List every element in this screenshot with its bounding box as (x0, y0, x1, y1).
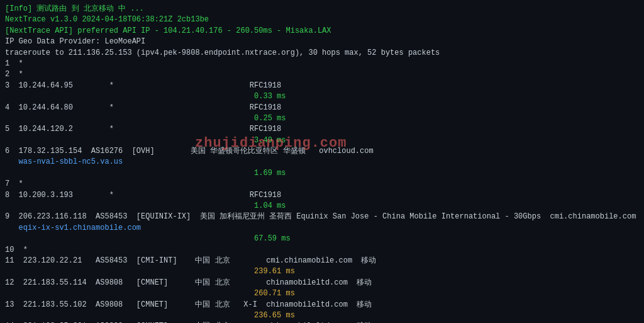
hop6c: 1.69 ms (5, 168, 639, 179)
hop11a: 11 223.120.22.21 AS58453 [CMI-INT] 中国 北京… (5, 256, 639, 266)
hop2: 2 * (5, 69, 639, 80)
hop3a: 3 10.244.64.95 * RFC1918 (5, 81, 639, 91)
line-api: [NextTrace API] preferred API IP - 104.2… (5, 26, 639, 37)
hop10: 10 * (5, 245, 639, 256)
hop4a: 4 10.244.64.80 * RFC1918 (5, 103, 639, 113)
terminal: [Info] 测试路由 到 北京移动 中 ... NextTrace v1.3.… (0, 0, 644, 323)
hop3b: 0.33 ms (5, 91, 639, 102)
line-traceroute: traceroute to 211.136.25.153 (ipv4.pek-9… (5, 48, 639, 59)
hop6b: was-nval-sbbl-nc5.va.us (5, 157, 639, 167)
hop9c: 67.59 ms (5, 234, 639, 244)
hop9a: 9 206.223.116.118 AS58453 [EQUINIX-IX] 美… (5, 212, 639, 222)
hop12a: 12 221.183.55.114 AS9808 [CMNET] 中国 北京 c… (5, 278, 639, 288)
hop8a: 8 10.200.3.193 * RFC1918 (5, 190, 639, 201)
hop8b: 1.04 ms (5, 201, 639, 212)
hop7: 7 * (5, 179, 639, 190)
line-nexttrace: NextTrace v1.3.0 2024-04-18T06:38:21Z 2c… (5, 14, 639, 25)
hop11b: 239.61 ms (5, 266, 639, 277)
hop9b: eqix-ix-sv1.chinamobile.com (5, 223, 639, 234)
hop6a: 6 178.32.135.154 AS16276 [OVH] 美国 华盛顿哥伦比… (5, 146, 639, 157)
hop5b: 3.49 ms (5, 135, 639, 146)
hop4b: 0.25 ms (5, 113, 639, 124)
hop13a: 13 221.183.55.102 AS9808 [CMNET] 中国 北京 X… (5, 300, 639, 310)
hop1: 1 * (5, 59, 639, 69)
hop13b: 236.65 ms (5, 310, 639, 321)
line-geo: IP Geo Data Provider: LeoMoeAPI (5, 37, 639, 47)
hop12b: 260.71 ms (5, 288, 639, 299)
hop5a: 5 10.244.120.2 * RFC1918 (5, 124, 639, 135)
line-info1: [Info] 测试路由 到 北京移动 中 ... (5, 4, 639, 14)
